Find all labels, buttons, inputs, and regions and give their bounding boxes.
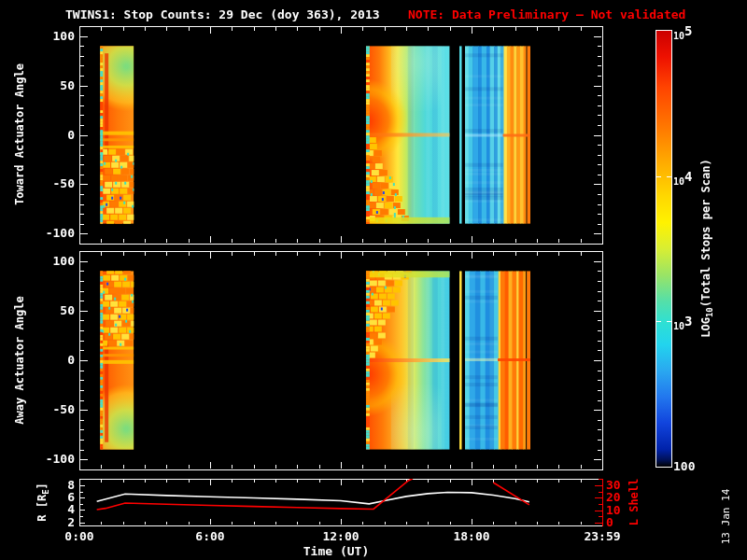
colorbar-tick-label: 105 bbox=[673, 23, 692, 42]
y-tick-label: -100 bbox=[26, 226, 75, 240]
x-tick-label: 6:00 bbox=[180, 529, 240, 543]
y-tick-label: -50 bbox=[26, 176, 75, 190]
y-tick-label: 100 bbox=[26, 29, 75, 43]
x-tick-label: 23:59 bbox=[572, 529, 632, 543]
y-tick-label: -100 bbox=[26, 452, 75, 466]
l-tick-label: 0 bbox=[606, 515, 647, 529]
y-tick-label: 0 bbox=[26, 353, 75, 367]
y-tick-label: 0 bbox=[26, 128, 75, 142]
colorbar-tick-label: 104 bbox=[673, 169, 692, 188]
preliminary-note: NOTE: Data Preliminary – Not validated bbox=[408, 7, 685, 21]
toward-axis-label: Toward Actuator Angle bbox=[13, 26, 26, 244]
twins-stop-counts-plot: TWINS1: Stop Counts: 29 Dec (doy 363), 2… bbox=[0, 0, 747, 560]
time-axis-label: Time (UT) bbox=[243, 544, 430, 558]
colorbar-title: LOG10(Total Stops per Scan) bbox=[699, 99, 714, 398]
y-tick-label: -50 bbox=[26, 402, 75, 416]
date-stamp: 13 Jan 14 bbox=[720, 480, 732, 554]
page-title: TWINS1: Stop Counts: 29 Dec (doy 363), 2… bbox=[65, 7, 380, 21]
y-tick-label: 50 bbox=[26, 303, 75, 317]
x-tick-label: 0:00 bbox=[49, 529, 109, 543]
colorbar-tick-label: 103 bbox=[673, 314, 692, 332]
colorbar-tick-label: 100 bbox=[673, 459, 695, 473]
r-tick-label: 2 bbox=[26, 515, 75, 529]
x-tick-label: 18:00 bbox=[442, 529, 501, 543]
y-tick-label: 50 bbox=[26, 78, 75, 92]
x-tick-label: 12:00 bbox=[311, 529, 371, 543]
y-tick-label: 100 bbox=[26, 254, 75, 268]
away-axis-label: Away Actuator Angle bbox=[13, 252, 26, 469]
